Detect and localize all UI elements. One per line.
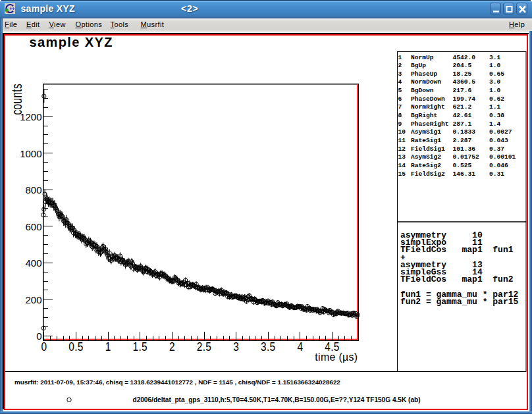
svg-text:0.5: 0.5 (68, 340, 83, 354)
svg-text:800: 800 (25, 184, 41, 195)
svg-text:musrfit: 2011-07-09, 15:37:46,: musrfit: 2011-07-09, 15:37:46, chisq = 1… (14, 378, 340, 386)
svg-text:4: 4 (297, 340, 303, 354)
svg-text:400: 400 (25, 257, 41, 269)
svg-text:sample XYZ: sample XYZ (30, 35, 113, 49)
svg-text:200: 200 (25, 294, 41, 305)
svg-text:11RateSig12.2870.043: 11RateSig12.2870.043 (398, 137, 509, 144)
svg-text:14RateSig20.5250.046: 14RateSig20.5250.046 (398, 162, 509, 169)
svg-text:10AsymSig10.18330.0027: 10AsymSig10.18330.0027 (398, 128, 512, 136)
svg-text:3: 3 (233, 340, 239, 354)
svg-text:3.5: 3.5 (261, 340, 275, 354)
svg-text:1: 1 (105, 340, 111, 354)
svg-text:0: 0 (41, 340, 47, 354)
svg-text:2.5: 2.5 (197, 340, 211, 354)
svg-text:600: 600 (25, 221, 41, 232)
svg-text:1.5: 1.5 (133, 340, 147, 354)
svg-text:TFieldCos map1 fun1: TFieldCos map1 fun1 (400, 245, 514, 255)
svg-text:fun2 = gamma_mu * par15: fun2 = gamma_mu * par15 (400, 297, 519, 307)
svg-text:++: ++ (9, 7, 14, 11)
svg-text:2: 2 (169, 340, 175, 354)
svg-text:counts: counts (9, 84, 24, 115)
svg-text:13AsymSig20.017520.00101: 13AsymSig20.017520.00101 (398, 153, 516, 161)
svg-text:time (µs): time (µs) (315, 350, 358, 363)
svg-text:TFieldCos map1 fun2: TFieldCos map1 fun2 (400, 274, 514, 284)
svg-text:d2006/deltat_pta_gps_3110,h:5,: d2006/deltat_pta_gps_3110,h:5,T0=4.50K,T… (132, 396, 420, 403)
svg-text:1000: 1000 (20, 148, 41, 159)
